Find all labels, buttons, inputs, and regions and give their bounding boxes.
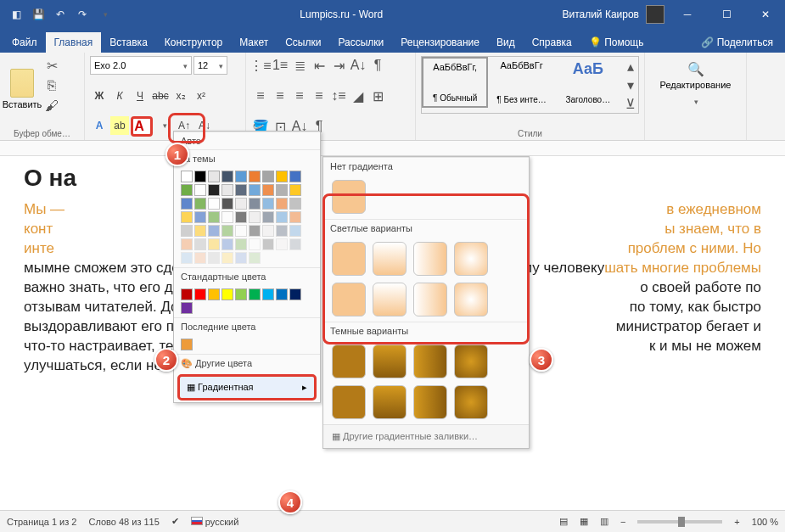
font-size-select[interactable]: 12 [193, 56, 227, 75]
theme-swatch[interactable] [221, 238, 233, 250]
align-right-button[interactable]: ≡ [290, 87, 309, 105]
theme-swatch[interactable] [289, 184, 301, 196]
theme-swatch[interactable] [181, 171, 193, 182]
theme-swatch[interactable] [194, 171, 206, 182]
theme-swatch[interactable] [276, 171, 288, 182]
copy-button[interactable]: ⎘ [42, 76, 61, 95]
theme-swatch[interactable] [221, 171, 233, 182]
theme-swatch[interactable] [221, 198, 233, 210]
theme-swatch[interactable] [262, 225, 274, 237]
theme-swatch[interactable] [221, 184, 233, 196]
theme-swatch[interactable] [235, 184, 247, 196]
theme-swatch[interactable] [194, 225, 206, 237]
dark-gradient-swatch[interactable] [413, 344, 447, 378]
theme-swatch[interactable] [194, 238, 206, 250]
bullets-button[interactable]: ⋮≡ [251, 56, 270, 75]
zoom-out[interactable]: − [620, 517, 625, 527]
theme-swatch[interactable] [289, 225, 301, 237]
std-swatch[interactable] [262, 288, 274, 300]
borders-button[interactable]: ⊞ [368, 87, 387, 105]
theme-swatch[interactable] [181, 252, 193, 264]
std-swatch[interactable] [181, 302, 193, 314]
theme-swatch[interactable] [208, 225, 220, 237]
increase-indent-button[interactable]: ⇥ [329, 56, 348, 75]
theme-swatch[interactable] [235, 211, 247, 223]
font-name-select[interactable]: Exo 2.0 [90, 56, 192, 75]
align-left-button[interactable]: ≡ [251, 87, 270, 105]
theme-swatch[interactable] [276, 211, 288, 223]
style-nospacing[interactable]: АаБбВвГг ¶ Без инте… [488, 57, 554, 108]
qa-customize[interactable] [93, 3, 115, 25]
bold-button[interactable]: Ж [90, 87, 109, 105]
dark-gradient-swatch[interactable] [373, 344, 407, 378]
tab-mailings[interactable]: Рассылки [329, 32, 392, 53]
recent-swatch[interactable] [181, 339, 193, 350]
theme-swatch[interactable] [221, 211, 233, 223]
zoom-slider[interactable] [637, 520, 722, 524]
undo-icon[interactable]: ↶ [49, 3, 71, 25]
theme-swatch[interactable] [276, 225, 288, 237]
theme-swatch[interactable] [249, 171, 261, 182]
theme-swatch[interactable] [235, 252, 247, 264]
styles-up[interactable]: ▴ [621, 57, 640, 76]
theme-swatch[interactable] [262, 184, 274, 196]
view-read-icon[interactable]: ▤ [559, 516, 568, 527]
view-print-icon[interactable]: ▦ [580, 516, 588, 527]
theme-swatch[interactable] [249, 252, 261, 264]
word-count[interactable]: Слово 48 из 115 [88, 517, 159, 527]
theme-swatch[interactable] [289, 171, 301, 182]
dark-gradient-swatch[interactable] [454, 344, 488, 378]
gradient-menu-item[interactable]: ▦ Градиентная▸ [177, 374, 317, 400]
dark-gradient-swatch[interactable] [332, 385, 366, 419]
theme-swatch[interactable] [235, 225, 247, 237]
theme-swatch[interactable] [262, 198, 274, 210]
close-button[interactable]: ✕ [746, 0, 785, 29]
cut-button[interactable]: ✂ [42, 56, 61, 75]
theme-swatch[interactable] [181, 238, 193, 250]
tab-view[interactable]: Вид [488, 32, 524, 53]
text-effects-button[interactable]: A [90, 116, 109, 135]
user-name[interactable]: Виталий Каиров [562, 8, 639, 20]
font-color-button[interactable]: A [131, 116, 153, 137]
autosave-icon[interactable]: ◧ [5, 3, 27, 25]
std-swatch[interactable] [235, 288, 247, 300]
tell-me[interactable]: 💡 Помощь [580, 32, 653, 53]
theme-swatch[interactable] [276, 238, 288, 250]
theme-swatch[interactable] [208, 238, 220, 250]
style-heading1[interactable]: АаБ Заголово… [555, 57, 621, 108]
theme-swatch[interactable] [221, 225, 233, 237]
format-painter-button[interactable]: 🖌 [42, 97, 61, 115]
dark-gradient-swatch[interactable] [413, 385, 447, 419]
theme-swatch[interactable] [181, 198, 193, 210]
std-swatch[interactable] [194, 288, 206, 300]
dark-gradient-swatch[interactable] [332, 344, 366, 378]
more-gradients[interactable]: ▦ Другие градиентные заливки… [323, 424, 529, 448]
editing-button[interactable]: Редактирование [660, 80, 732, 90]
theme-swatch[interactable] [208, 198, 220, 210]
paste-button[interactable]: Вставить [5, 56, 39, 122]
ruler[interactable] [0, 141, 785, 156]
theme-swatch[interactable] [208, 211, 220, 223]
std-swatch[interactable] [208, 288, 220, 300]
highlight-button[interactable]: ab [110, 116, 129, 135]
decrease-indent-button[interactable]: ⇤ [310, 56, 328, 75]
sort-button[interactable]: A↓ [349, 56, 367, 75]
theme-swatch[interactable] [208, 184, 220, 196]
multilevel-button[interactable]: ≣ [290, 56, 309, 75]
tab-insert[interactable]: Вставка [101, 32, 156, 53]
redo-icon[interactable]: ↷ [71, 3, 93, 25]
theme-swatch[interactable] [289, 211, 301, 223]
strike-button[interactable]: abc [151, 87, 170, 105]
share-button[interactable]: 🔗 Поделиться [692, 32, 782, 53]
dark-gradient-swatch[interactable] [454, 385, 488, 419]
theme-swatch[interactable] [249, 238, 261, 250]
styles-more[interactable]: ⊻ [621, 94, 640, 113]
tab-home[interactable]: Главная [46, 32, 102, 53]
theme-swatch[interactable] [194, 211, 206, 223]
underline-button[interactable]: Ч [131, 87, 149, 105]
spell-check-icon[interactable]: ✔ [171, 516, 179, 527]
theme-swatch[interactable] [235, 238, 247, 250]
subscript-button[interactable]: x₂ [171, 87, 190, 105]
theme-swatch[interactable] [262, 211, 274, 223]
theme-swatch[interactable] [262, 238, 274, 250]
